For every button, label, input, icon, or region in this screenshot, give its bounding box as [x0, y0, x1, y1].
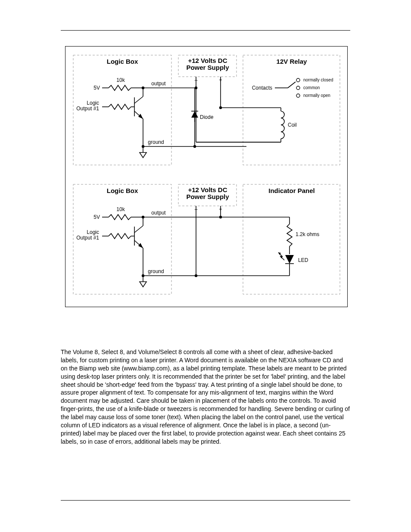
- svg-point-20: [219, 106, 222, 109]
- svg-line-34: [288, 82, 296, 88]
- output-label: output: [151, 81, 166, 87]
- bottom-rule: [61, 500, 350, 501]
- svg-line-40: [134, 226, 143, 233]
- svg-marker-22: [191, 111, 198, 118]
- logic-box-title-2: Logic Box: [107, 187, 138, 194]
- resistor-10k-icon: [109, 85, 131, 90]
- ground-label: ground: [148, 139, 164, 145]
- 5v-label-2: 5V: [93, 214, 100, 220]
- bottom-schematic: Logic Box +12 Volts DCPower Supply Indic…: [73, 184, 340, 294]
- resistor-1k2-icon: [287, 224, 292, 246]
- psu-title-2: +12 Volts DCPower Supply: [186, 186, 229, 200]
- indicator-frame: [243, 184, 340, 294]
- r1k2-label: 1.2k ohms: [296, 231, 319, 237]
- indicator-title: Indicator Panel: [268, 187, 315, 194]
- ground-icon: [140, 152, 146, 158]
- nc-label: normally closed: [303, 78, 333, 82]
- coil-label: Coil: [288, 122, 297, 128]
- svg-marker-43: [138, 243, 143, 248]
- common-label: common: [303, 85, 320, 90]
- svg-marker-50: [140, 282, 146, 287]
- led-label: LED: [298, 257, 308, 263]
- contact-common-icon: [296, 86, 300, 90]
- psu-title-line1: +12 Volts DCPower Supply: [186, 57, 229, 71]
- diode-label: Diode: [200, 114, 214, 120]
- 5v-label: 5V: [93, 85, 100, 91]
- page: .t { font-family: Arial, Helvetica, sans…: [0, 0, 411, 532]
- ground-label-2: ground: [148, 268, 164, 274]
- logic-output-label: LogicOutput #1: [76, 100, 99, 112]
- coil-icon: [281, 111, 284, 139]
- top-schematic: Logic Box +12 Volts DCPower Supply 12V R…: [73, 55, 340, 165]
- no-label: normally open: [303, 93, 330, 98]
- svg-line-4: [134, 96, 143, 103]
- contact-no-icon: [296, 94, 300, 97]
- output-label-2: output: [151, 210, 166, 216]
- transistor-emitter-arrow-icon: [138, 114, 143, 119]
- relay-title: 12V Relay: [277, 58, 308, 65]
- resistor-10k-icon-2: [109, 215, 131, 220]
- svg-point-53: [219, 216, 222, 218]
- logic-box-title: Logic Box: [107, 58, 138, 65]
- led-icon: [285, 255, 294, 264]
- diagram-svg: .t { font-family: Arial, Helvetica, sans…: [65, 47, 347, 307]
- logic-output-label-2: LogicOutput #1: [76, 229, 99, 241]
- circuit-diagram-figure: .t { font-family: Arial, Helvetica, sans…: [65, 46, 348, 307]
- top-rule: [61, 30, 350, 31]
- contact-nc-icon: [296, 78, 300, 82]
- base-resistor-icon: [109, 104, 131, 109]
- r10k-label: 10k: [116, 77, 125, 83]
- contacts-label: Contacts: [252, 85, 272, 91]
- relay-frame: [243, 55, 340, 165]
- body-paragraph: The Volume 8, Select 8, and Volume/Selec…: [61, 348, 350, 446]
- r10k-label-2: 10k: [116, 206, 125, 212]
- diode-icon: [191, 88, 198, 146]
